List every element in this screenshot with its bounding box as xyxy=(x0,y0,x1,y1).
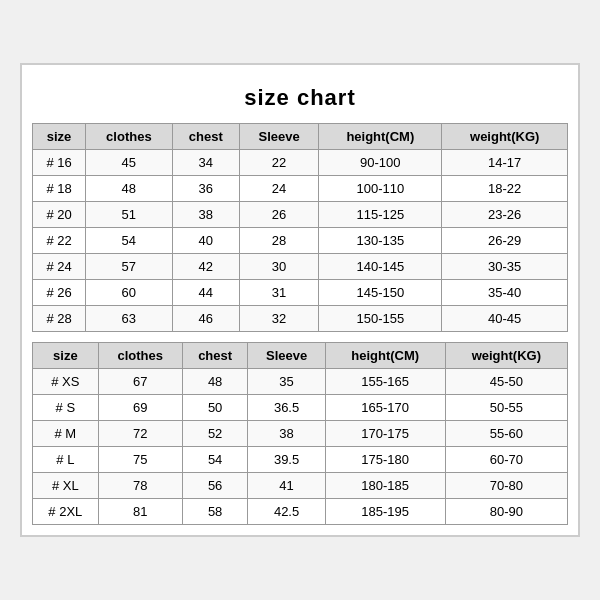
table2-header: sizeclotheschestSleeveheight(CM)weight(K… xyxy=(33,343,568,369)
table-cell: 55-60 xyxy=(445,421,567,447)
table2-header-cell: chest xyxy=(182,343,248,369)
table-cell: # 26 xyxy=(33,280,86,306)
table-cell: 41 xyxy=(248,473,325,499)
table-row: # 22544028130-13526-29 xyxy=(33,228,568,254)
table1-header-cell: clothes xyxy=(86,124,172,150)
table2-header-cell: weight(KG) xyxy=(445,343,567,369)
table-cell: 26-29 xyxy=(442,228,568,254)
table-cell: 80-90 xyxy=(445,499,567,525)
table-cell: # S xyxy=(33,395,99,421)
table2-body: # XS674835155-16545-50# S695036.5165-170… xyxy=(33,369,568,525)
table1-header: sizeclotheschestSleeveheight(CM)weight(K… xyxy=(33,124,568,150)
table-row: # 20513826115-12523-26 xyxy=(33,202,568,228)
table-cell: 23-26 xyxy=(442,202,568,228)
table-row: # 24574230140-14530-35 xyxy=(33,254,568,280)
table2-header-cell: clothes xyxy=(98,343,182,369)
table-cell: # 24 xyxy=(33,254,86,280)
table1-body: # 1645342290-10014-17# 18483624100-11018… xyxy=(33,150,568,332)
table-cell: 35 xyxy=(248,369,325,395)
table-cell: 45-50 xyxy=(445,369,567,395)
table1-header-cell: weight(KG) xyxy=(442,124,568,150)
table-cell: 165-170 xyxy=(325,395,445,421)
table-cell: 57 xyxy=(86,254,172,280)
table-cell: 36.5 xyxy=(248,395,325,421)
table-cell: 58 xyxy=(182,499,248,525)
table-cell: 48 xyxy=(86,176,172,202)
table-cell: 14-17 xyxy=(442,150,568,176)
table-cell: 38 xyxy=(172,202,239,228)
table-cell: 38 xyxy=(248,421,325,447)
table2-header-cell: height(CM) xyxy=(325,343,445,369)
table-cell: 44 xyxy=(172,280,239,306)
table-cell: 34 xyxy=(172,150,239,176)
table1-header-cell: Sleeve xyxy=(239,124,318,150)
size-table-2: sizeclotheschestSleeveheight(CM)weight(K… xyxy=(32,342,568,525)
table-cell: 56 xyxy=(182,473,248,499)
table-row: # XS674835155-16545-50 xyxy=(33,369,568,395)
table-cell: 42 xyxy=(172,254,239,280)
table-cell: 67 xyxy=(98,369,182,395)
table-row: # L755439.5175-18060-70 xyxy=(33,447,568,473)
table-row: # 28634632150-15540-45 xyxy=(33,306,568,332)
table-cell: 185-195 xyxy=(325,499,445,525)
table-cell: 52 xyxy=(182,421,248,447)
table-cell: 30-35 xyxy=(442,254,568,280)
table-row: # M725238170-17555-60 xyxy=(33,421,568,447)
table-cell: 63 xyxy=(86,306,172,332)
table-cell: 30 xyxy=(239,254,318,280)
table-cell: # L xyxy=(33,447,99,473)
table-cell: 81 xyxy=(98,499,182,525)
table-row: # 26604431145-15035-40 xyxy=(33,280,568,306)
table-cell: 45 xyxy=(86,150,172,176)
table-cell: 28 xyxy=(239,228,318,254)
table-cell: 145-150 xyxy=(319,280,442,306)
table-cell: 32 xyxy=(239,306,318,332)
table-cell: # 28 xyxy=(33,306,86,332)
table-cell: # 2XL xyxy=(33,499,99,525)
size-chart-container: size chart sizeclotheschestSleeveheight(… xyxy=(20,63,580,537)
table-cell: # XL xyxy=(33,473,99,499)
table-cell: 26 xyxy=(239,202,318,228)
table-cell: 90-100 xyxy=(319,150,442,176)
table-cell: 22 xyxy=(239,150,318,176)
table1-header-cell: size xyxy=(33,124,86,150)
table-row: # 2XL815842.5185-19580-90 xyxy=(33,499,568,525)
table-cell: 50 xyxy=(182,395,248,421)
table-cell: # M xyxy=(33,421,99,447)
table-cell: 40-45 xyxy=(442,306,568,332)
table-cell: 40 xyxy=(172,228,239,254)
table-cell: 46 xyxy=(172,306,239,332)
table-cell: 69 xyxy=(98,395,182,421)
table-cell: 35-40 xyxy=(442,280,568,306)
table-cell: 60 xyxy=(86,280,172,306)
table-cell: 51 xyxy=(86,202,172,228)
table-cell: # 22 xyxy=(33,228,86,254)
size-table-1: sizeclotheschestSleeveheight(CM)weight(K… xyxy=(32,123,568,332)
table-cell: 78 xyxy=(98,473,182,499)
table2-header-cell: Sleeve xyxy=(248,343,325,369)
table-cell: 115-125 xyxy=(319,202,442,228)
table-cell: 175-180 xyxy=(325,447,445,473)
table-cell: 50-55 xyxy=(445,395,567,421)
table-cell: 155-165 xyxy=(325,369,445,395)
table-cell: 54 xyxy=(86,228,172,254)
table1-header-cell: height(CM) xyxy=(319,124,442,150)
table-cell: 36 xyxy=(172,176,239,202)
table-cell: # 16 xyxy=(33,150,86,176)
table-cell: 100-110 xyxy=(319,176,442,202)
table-cell: 180-185 xyxy=(325,473,445,499)
table-cell: 18-22 xyxy=(442,176,568,202)
table-row: # XL785641180-18570-80 xyxy=(33,473,568,499)
table-cell: 150-155 xyxy=(319,306,442,332)
table-cell: 48 xyxy=(182,369,248,395)
table-row: # S695036.5165-17050-55 xyxy=(33,395,568,421)
table2-header-cell: size xyxy=(33,343,99,369)
table-row: # 18483624100-11018-22 xyxy=(33,176,568,202)
table-row: # 1645342290-10014-17 xyxy=(33,150,568,176)
table1-header-cell: chest xyxy=(172,124,239,150)
table-cell: # XS xyxy=(33,369,99,395)
table-cell: 39.5 xyxy=(248,447,325,473)
table-cell: 130-135 xyxy=(319,228,442,254)
table-cell: # 20 xyxy=(33,202,86,228)
table-cell: 31 xyxy=(239,280,318,306)
